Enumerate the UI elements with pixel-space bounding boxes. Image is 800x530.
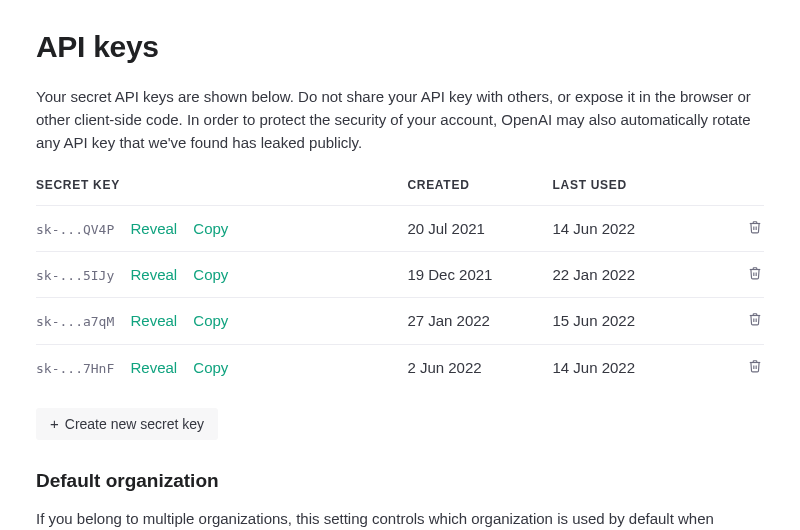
page-description: Your secret API keys are shown below. Do…: [36, 85, 764, 155]
table-row: sk-...7HnF Reveal Copy 2 Jun 2022 14 Jun…: [36, 344, 764, 390]
create-new-secret-key-button[interactable]: + Create new secret key: [36, 408, 218, 440]
api-keys-table: SECRET KEY CREATED LAST USED sk-...QV4P …: [36, 176, 764, 390]
copy-button[interactable]: Copy: [193, 356, 228, 379]
delete-button[interactable]: [746, 264, 764, 282]
delete-button[interactable]: [746, 357, 764, 375]
trash-icon: [748, 220, 762, 234]
table-row: sk-...a7qM Reveal Copy 27 Jan 2022 15 Ju…: [36, 298, 764, 344]
page-title: API keys: [36, 24, 764, 71]
column-header-actions: [730, 176, 764, 205]
default-organization-description: If you belong to multiple organizations,…: [36, 507, 764, 530]
column-header-last-used: LAST USED: [552, 176, 729, 205]
created-date: 2 Jun 2022: [407, 344, 552, 390]
api-key-text: sk-...a7qM: [36, 314, 114, 329]
reveal-button[interactable]: Reveal: [130, 217, 177, 240]
created-date: 27 Jan 2022: [407, 298, 552, 344]
last-used-date: 22 Jan 2022: [552, 252, 729, 298]
trash-icon: [748, 359, 762, 373]
trash-icon: [748, 312, 762, 326]
api-key-text: sk-...5IJy: [36, 268, 114, 283]
reveal-button[interactable]: Reveal: [130, 309, 177, 332]
default-organization-heading: Default organization: [36, 466, 764, 495]
delete-button[interactable]: [746, 218, 764, 236]
api-key-text: sk-...7HnF: [36, 361, 114, 376]
api-key-text: sk-...QV4P: [36, 222, 114, 237]
trash-icon: [748, 266, 762, 280]
last-used-date: 15 Jun 2022: [552, 298, 729, 344]
column-header-secret-key: SECRET KEY: [36, 176, 407, 205]
reveal-button[interactable]: Reveal: [130, 356, 177, 379]
plus-icon: +: [50, 416, 59, 431]
copy-button[interactable]: Copy: [193, 263, 228, 286]
created-date: 20 Jul 2021: [407, 205, 552, 251]
reveal-button[interactable]: Reveal: [130, 263, 177, 286]
copy-button[interactable]: Copy: [193, 309, 228, 332]
last-used-date: 14 Jun 2022: [552, 344, 729, 390]
last-used-date: 14 Jun 2022: [552, 205, 729, 251]
created-date: 19 Dec 2021: [407, 252, 552, 298]
table-row: sk-...QV4P Reveal Copy 20 Jul 2021 14 Ju…: [36, 205, 764, 251]
table-row: sk-...5IJy Reveal Copy 19 Dec 2021 22 Ja…: [36, 252, 764, 298]
delete-button[interactable]: [746, 310, 764, 328]
column-header-created: CREATED: [407, 176, 552, 205]
copy-button[interactable]: Copy: [193, 217, 228, 240]
create-button-label: Create new secret key: [65, 416, 204, 432]
